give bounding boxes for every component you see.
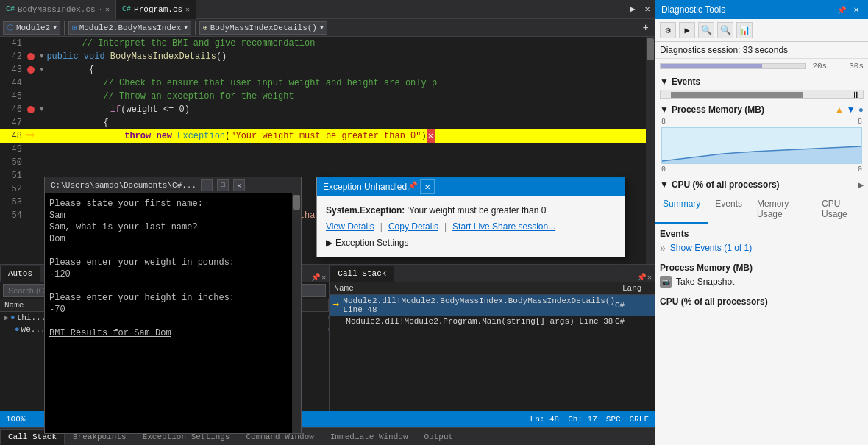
events-content: Events » Show Events (1 of 1) [655, 224, 868, 258]
live-share-link[interactable]: Start Live Share session... [452, 221, 555, 232]
diag-zoom-in-button[interactable]: 🔍 [698, 22, 714, 38]
object-icon2: ● [15, 325, 20, 334]
scroll-right-icon[interactable]: ▶ [625, 0, 640, 19]
console-line [49, 245, 288, 257]
memory-section-header[interactable]: ▼ Process Memory (MB) ▲ ▼ ● [660, 104, 864, 115]
console-line [49, 316, 288, 327]
console-scrollbar[interactable] [292, 193, 301, 433]
method-dropdown-arrow: ▼ [320, 24, 324, 31]
close-icon2[interactable]: ✕ [185, 5, 190, 14]
pin-cs-icon[interactable]: 📌 [637, 273, 646, 282]
pin-panel-icon[interactable]: 📌 [311, 273, 320, 282]
console-line: Please state your first name: [49, 198, 288, 210]
tab-bodymassindex[interactable]: C# BodyMassIndex.cs · ✕ [0, 0, 116, 19]
diag-pin-button[interactable]: 📌 [836, 4, 847, 15]
events-header: Events [660, 229, 864, 239]
events-bar: ⏸ [660, 90, 864, 99]
expand-icon2: ▼ [40, 63, 43, 76]
diag-record-button[interactable]: ▶ [679, 22, 695, 38]
diag-close-button[interactable]: ✕ [850, 4, 862, 15]
tab-callstack[interactable]: Call Stack [330, 266, 394, 282]
memory-axis-bottom: 0 0 [660, 165, 864, 174]
global-tab-immediate-window[interactable]: Immediate Window [322, 429, 416, 445]
close-cs-icon[interactable]: ✕ [647, 273, 652, 282]
zoom-level[interactable]: 100% [6, 415, 25, 424]
editor-scrollbar[interactable] [646, 37, 655, 264]
diag-tab-summary[interactable]: Summary [655, 196, 708, 224]
memory-axis: 8 8 [660, 118, 864, 126]
editor-toolbar: ⬡ Module2 ▼ ⊞ Module2.BodyMassIndex ▼ ⊕ … [0, 19, 655, 37]
dialog-pin-icon[interactable]: 📌 [407, 179, 419, 191]
memory-section: ▼ Process Memory (MB) ▲ ▼ ● 8 8 [655, 102, 868, 177]
cs-icon: C# [6, 5, 15, 13]
module-dropdown[interactable]: ⬡ Module2 ▼ [3, 21, 60, 35]
line-number: Ln: 48 [530, 415, 560, 424]
scrollbar-thumb[interactable] [647, 38, 654, 60]
expand-row-icon[interactable]: ▶ [4, 314, 9, 322]
toolbar-separator2 [195, 21, 196, 35]
line-ending[interactable]: CRLF [630, 415, 649, 424]
timeline-fill [661, 64, 762, 68]
view-details-link[interactable]: View Details [326, 221, 374, 232]
console-line: Dom [49, 233, 288, 245]
console-line: -70 [49, 304, 288, 316]
console-minimize-button[interactable]: – [201, 179, 213, 191]
console-close-button[interactable]: ✕ [233, 179, 245, 191]
diagnostic-title: Diagnostic Tools [661, 4, 725, 15]
memory-chart-container: 8 8 0 0 [660, 118, 864, 174]
diag-settings-button[interactable]: ⚙ [660, 22, 676, 38]
cpu-expand-icon[interactable]: ▶ [858, 181, 864, 189]
events-section-header[interactable]: ▼ Events [660, 76, 864, 87]
console-titlebar: C:\Users\samdo\Documents\C#... – □ ✕ [45, 177, 301, 193]
close-panel-icon[interactable]: ✕ [321, 273, 326, 282]
error-indicator: ✕ [427, 129, 435, 143]
dialog-title: Exception Unhandled [323, 182, 407, 192]
console-line: -120 [49, 268, 288, 280]
global-tab-output[interactable]: Output [416, 429, 462, 445]
events-fill [671, 92, 803, 98]
tab-autos[interactable]: Autos [0, 266, 40, 282]
diag-tab-cpu-usage[interactable]: CPU Usage [814, 196, 868, 224]
expand-icon: ▼ [40, 50, 43, 63]
dialog-close-button[interactable]: ✕ [420, 179, 435, 194]
console-restore-button[interactable]: □ [217, 179, 229, 191]
memory-header: Process Memory (MB) [660, 263, 864, 273]
exception-settings-expand[interactable]: ▶ Exception Settings [326, 238, 616, 248]
class-dropdown[interactable]: ⊞ Module2.BodyMassIndex ▼ [68, 21, 191, 35]
pause-icon[interactable]: ⏸ [848, 90, 863, 99]
diag-chart-button[interactable]: 📊 [736, 22, 753, 38]
diagnostic-titlebar: Diagnostic Tools 📌 ✕ [655, 0, 868, 19]
breakpoint-indicator [27, 53, 35, 60]
event-row: » Show Events (1 of 1) [660, 242, 864, 254]
module-dropdown-arrow: ▼ [53, 24, 57, 31]
table-row: 42 ▼ public void BodyMassIndexDetails() [0, 50, 646, 63]
console-line: Sam [49, 210, 288, 221]
take-snapshot-button[interactable]: 📷 Take Snapshot [660, 276, 864, 288]
close-all-icon[interactable]: ✕ [640, 0, 655, 19]
diagnostic-panel: Diagnostic Tools 📌 ✕ ⚙ ▶ 🔍 🔍 📊 Diagnosti… [655, 0, 868, 445]
table-row: 48 ⮕ throw new Exception("Your weight mu… [0, 129, 646, 143]
editor-tabs: C# BodyMassIndex.cs · ✕ C# Program.cs ✕ … [0, 0, 655, 19]
memory-warning-icon: ▲ [835, 104, 844, 115]
breakpoint-indicator2 [27, 66, 35, 74]
diag-tab-memory-usage[interactable]: Memory Usage [750, 196, 814, 224]
expand-arrow-icon: ▶ [326, 238, 332, 248]
console-scrollbar-thumb[interactable] [293, 195, 300, 210]
diag-zoom-out-button[interactable]: 🔍 [717, 22, 733, 38]
copy-details-link[interactable]: Copy Details [388, 221, 438, 232]
event-arrow-icon: » [660, 242, 666, 254]
table-row: 45 // Throw an exception for the weight [0, 90, 646, 103]
memory-content: Process Memory (MB) 📷 Take Snapshot [655, 258, 868, 292]
list-item[interactable]: Module2.dll!Module2.Program.Main(string[… [330, 316, 655, 327]
cpu-section: ▼ CPU (% of all processors) ▶ [655, 177, 868, 196]
cpu-section-header[interactable]: ▼ CPU (% of all processors) ▶ [660, 179, 864, 190]
method-dropdown[interactable]: ⊕ BodyMassIndexDetails() ▼ [199, 21, 327, 35]
diag-tab-events[interactable]: Events [708, 196, 750, 224]
list-item[interactable]: ⮕ Module2.dll!Module2.BodyMassIndex.Body… [330, 295, 655, 316]
console-line [49, 280, 288, 292]
memory-snapshot-icon: ● [858, 104, 864, 115]
close-icon[interactable]: ✕ [105, 5, 110, 14]
add-tab-button[interactable]: + [640, 22, 652, 34]
tab-program[interactable]: C# Program.cs ✕ [116, 0, 196, 19]
cs-column-headers: Name Lang [330, 282, 655, 295]
